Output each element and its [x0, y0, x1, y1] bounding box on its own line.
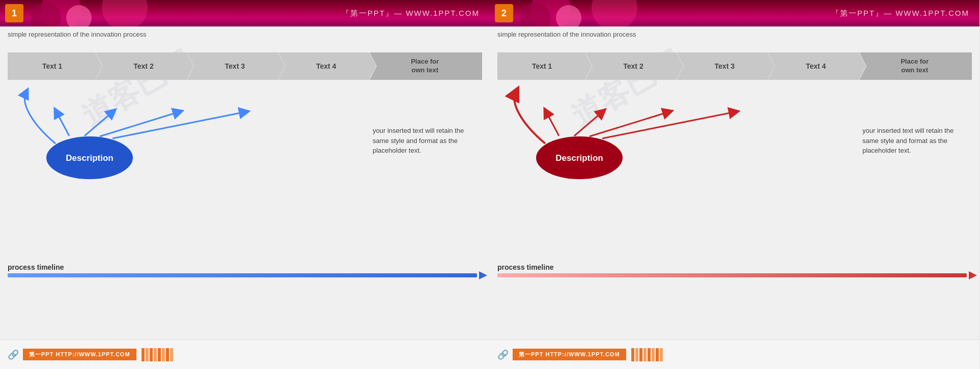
- link-icon-1: 🔗: [8, 349, 19, 360]
- svg-line-9: [574, 112, 602, 136]
- svg-text:Description: Description: [66, 153, 114, 163]
- deco-circle: [102, 0, 148, 26]
- header-1: 1 『第一PPT』— WWW.1PPT.COM: [0, 0, 490, 26]
- content-area-1: 道客巴巴 Text 1 Text 2 Text 3 Text 4: [0, 42, 490, 326]
- svg-line-2: [57, 112, 69, 136]
- subtitle-1: simple representation of the innovation …: [0, 26, 490, 42]
- timeline-label-1: process timeline: [8, 263, 482, 271]
- footer-2: 🔗 第一PPT HTTP://WWW.1PPT.COM: [490, 339, 979, 369]
- arrow-seg-1: Text 1: [8, 52, 102, 80]
- arrow-row-1: Text 1 Text 2 Text 3 Text 4 Place forown…: [8, 52, 482, 80]
- footer-stripes-1: [142, 348, 173, 361]
- arrow-seg-2-3: Text 3: [677, 52, 774, 80]
- arrow-seg-2-2: Text 2: [585, 52, 683, 80]
- link-icon-2: 🔗: [497, 349, 509, 360]
- arrow-seg-2-5: Place forown text: [859, 52, 972, 80]
- svg-line-8: [546, 112, 559, 136]
- header-2: 2 『第一PPT』— WWW.1PPT.COM: [490, 0, 979, 26]
- slide-number-2: 2: [501, 8, 507, 19]
- arrow-seg-3: Text 3: [187, 52, 285, 80]
- svg-line-11: [602, 112, 735, 138]
- subtitle-2: simple representation of the innovation …: [490, 26, 979, 42]
- svg-line-3: [85, 112, 113, 136]
- arrow-seg-2-4: Text 4: [768, 52, 865, 80]
- timeline-bar-wrapper: [8, 273, 482, 277]
- arrow-section: Text 1 Text 2 Text 3 Text 4 Place forown…: [8, 52, 482, 80]
- slide-number-badge: 1: [5, 4, 23, 22]
- arrow-seg-4: Text 4: [278, 52, 376, 80]
- timeline-bar-wrapper-2: [497, 273, 972, 277]
- timeline-section-2: process timeline: [497, 263, 972, 277]
- arrow-row-2: Text 1 Text 2 Text 3 Text 4 Place forown…: [497, 52, 972, 80]
- arrow-seg-5: Place forown text: [370, 52, 482, 80]
- slide-1: 1 『第一PPT』— WWW.1PPT.COM simple represent…: [0, 0, 490, 369]
- diagram-area-1: Description your inserted text wil: [8, 82, 482, 184]
- arrow-seg-2: Text 2: [96, 52, 193, 80]
- header-title: 『第一PPT』— WWW.1PPT.COM: [342, 9, 480, 18]
- footer-url-2: 第一PPT HTTP://WWW.1PPT.COM: [513, 349, 626, 360]
- footer-stripes-2: [631, 348, 663, 361]
- arrow-seg-2-1: Text 1: [497, 52, 592, 80]
- side-text-2: your inserted text will retain the same …: [862, 126, 964, 156]
- arrow-section-2: Text 1 Text 2 Text 3 Text 4 Place forown…: [497, 52, 972, 80]
- timeline-label-2: process timeline: [497, 263, 972, 271]
- timeline-bar-1: [8, 273, 477, 277]
- side-text-1: your inserted text will retain the same …: [373, 126, 474, 156]
- timeline-bar-2: [497, 273, 967, 277]
- deco-circle: [556, 5, 581, 26]
- deco-circle: [66, 5, 92, 26]
- footer-url-1: 第一PPT HTTP://WWW.1PPT.COM: [23, 349, 136, 360]
- svg-line-5: [113, 112, 245, 138]
- content-area-2: 道客巴巴 Text 1 Text 2 Text 3 Text 4 Place f…: [490, 42, 979, 326]
- timeline-section-1: process timeline: [8, 263, 482, 277]
- timeline-arrow-2: [969, 271, 977, 279]
- svg-text:Description: Description: [555, 153, 603, 163]
- deco-circle: [592, 0, 637, 26]
- header-title-2: 『第一PPT』— WWW.1PPT.COM: [831, 9, 969, 18]
- slide-number: 1: [12, 8, 17, 19]
- diagram-area-2: Description your inserted text wil: [497, 82, 972, 184]
- footer-1: 🔗 第一PPT HTTP://WWW.1PPT.COM: [0, 339, 490, 369]
- slide-number-badge-2: 2: [495, 4, 513, 22]
- timeline-arrow-1: [479, 271, 487, 279]
- slide-2: 2 『第一PPT』— WWW.1PPT.COM simple represent…: [490, 0, 979, 369]
